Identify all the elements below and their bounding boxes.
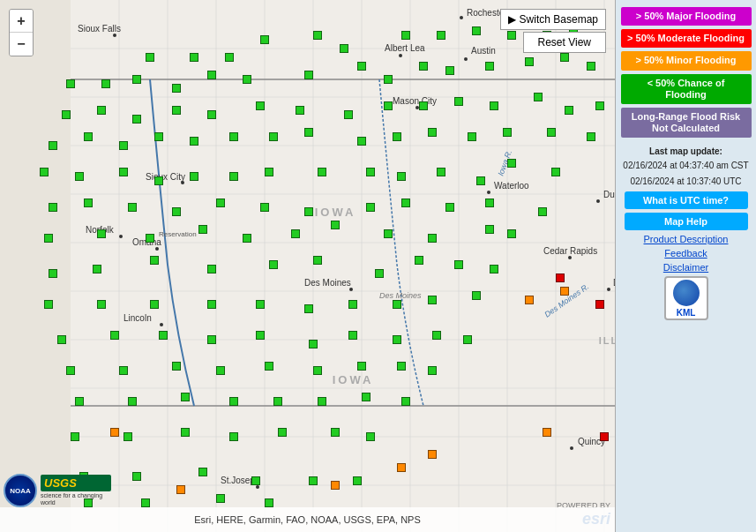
svg-point-38 (607, 288, 610, 291)
svg-text:Norfolk: Norfolk (86, 225, 115, 235)
map-help-button[interactable]: Map Help (625, 213, 748, 230)
right-panel: > 50% Major Flooding > 50% Moderate Floo… (615, 0, 756, 532)
svg-text:Des Moines: Des Moines (379, 291, 422, 300)
svg-point-42 (113, 34, 116, 37)
kml-label: KML (677, 308, 696, 318)
svg-point-40 (570, 446, 573, 450)
svg-text:Albert Lea: Albert Lea (385, 43, 425, 53)
svg-text:Omaha: Omaha (132, 237, 161, 247)
zoom-in-button[interactable]: + (10, 10, 33, 33)
legend-moderate: > 50% Moderate Flooding (621, 29, 752, 48)
disclaimer-link[interactable]: Disclaimer (663, 262, 708, 273)
svg-point-36 (568, 256, 572, 259)
kml-download-button[interactable]: KML (664, 276, 708, 320)
last-update-label: Last map update: (623, 146, 748, 156)
svg-text:Austin: Austin (471, 46, 496, 56)
zoom-controls: + − (9, 9, 34, 56)
svg-point-32 (487, 191, 490, 194)
product-description-link[interactable]: Product Description (644, 234, 729, 244)
legend-nodata: Long-Range Flood Risk Not Calculated (621, 108, 752, 138)
logos-bar: NOAA USGS science for a changing world (4, 474, 111, 507)
usgs-logo: USGS (41, 475, 111, 491)
usgs-tagline: science for a changing world (41, 492, 111, 506)
update-time-cst: 02/16/2024 at 04:37:40 am CST (623, 160, 748, 172)
svg-text:Des Moines: Des Moines (304, 278, 351, 288)
update-time-utc: 02/16/2024 at 10:37:40 UTC (623, 176, 748, 188)
feedback-link[interactable]: Feedback (664, 248, 707, 259)
legend-major: > 50% Major Flooding (621, 7, 752, 26)
zoom-out-button[interactable]: − (10, 33, 33, 56)
svg-point-30 (415, 106, 419, 109)
svg-point-27 (460, 16, 463, 19)
iowa-label1: IOWA (315, 206, 356, 219)
legend-chance: < 50% Chance of Flooding (621, 74, 752, 104)
map-attribution: Esri, HERE, Garmin, FAO, NOAA, USGS, EPA… (0, 507, 615, 532)
svg-point-29 (464, 57, 468, 61)
svg-text:Lincoln: Lincoln (124, 313, 152, 323)
noaa-logo: NOAA (4, 474, 37, 507)
svg-point-35 (155, 247, 159, 251)
legend-minor: > 50% Minor Flooding (621, 51, 752, 70)
svg-point-33 (596, 199, 600, 203)
svg-text:Sioux City: Sioux City (146, 172, 185, 182)
svg-point-28 (399, 54, 402, 57)
svg-text:Sioux Falls: Sioux Falls (78, 24, 121, 34)
reset-view-button[interactable]: Reset View (523, 32, 606, 53)
kml-globe-icon (673, 280, 700, 306)
svg-point-34 (119, 235, 123, 238)
switch-basemap-button[interactable]: ▶ Switch Basemap (500, 9, 606, 30)
svg-point-37 (349, 288, 353, 291)
svg-text:Cedar Rapids: Cedar Rapids (543, 246, 597, 256)
iowa-label2: IOWA (333, 373, 374, 386)
svg-text:Quincy: Quincy (578, 437, 605, 446)
utc-time-button[interactable]: What is UTC time? (625, 191, 748, 209)
svg-text:Mason City: Mason City (393, 96, 437, 106)
svg-text:Reservation: Reservation (159, 230, 197, 238)
svg-text:St.Joseph: St.Joseph (221, 476, 259, 485)
svg-text:Waterloo: Waterloo (494, 181, 529, 191)
svg-point-39 (160, 323, 163, 326)
svg-point-41 (256, 485, 259, 489)
